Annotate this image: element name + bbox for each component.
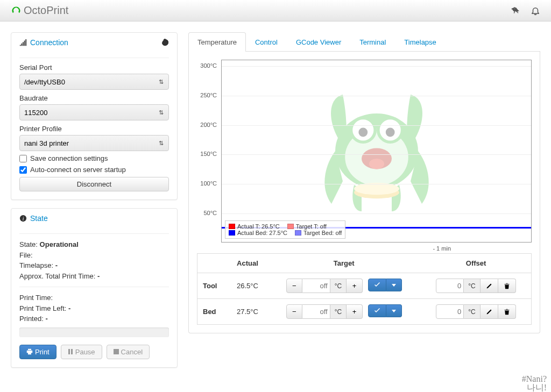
unit-label: °C <box>464 279 480 293</box>
row-actual: 26.5°C <box>228 273 267 299</box>
th-actual: Actual <box>228 254 267 273</box>
serial-port-select[interactable]: /dev/ttyUSB0 <box>19 74 169 90</box>
unit-label: °C <box>330 304 347 319</box>
svg-text:i: i <box>23 216 24 222</box>
offset-edit-button[interactable] <box>481 304 498 319</box>
timelapse-value: - <box>55 261 58 269</box>
table-row: Tool 26.5°C − °C + °C <box>197 273 532 299</box>
serial-port-label: Serial Port <box>19 63 169 72</box>
svg-point-12 <box>369 159 384 169</box>
tab-terminal[interactable]: Terminal <box>350 32 395 52</box>
octoprint-logo-icon <box>11 5 22 16</box>
target-dropdown-button[interactable] <box>386 304 402 317</box>
target-plus-button[interactable]: + <box>347 279 363 293</box>
state-label: State: <box>19 240 38 248</box>
progress-bar <box>19 327 169 337</box>
offset-input[interactable] <box>436 279 464 293</box>
baudrate-select[interactable]: 115200 <box>19 104 169 120</box>
target-plus-button[interactable]: + <box>347 304 363 319</box>
info-icon: i <box>19 215 27 222</box>
state-title[interactable]: State <box>30 214 48 223</box>
printleft-label: Print Time Left: <box>19 304 66 312</box>
svg-point-7 <box>351 118 375 142</box>
target-minus-button[interactable]: − <box>286 279 302 293</box>
handwriting-annotation: #Nani? 나니! <box>522 375 547 379</box>
th-name <box>197 254 228 273</box>
target-apply-button[interactable] <box>368 279 386 291</box>
target-minus-button[interactable]: − <box>286 304 302 319</box>
temperature-chart: Actual T: 26.5°C Target T: off Actual Be… <box>221 60 532 243</box>
disconnect-button[interactable]: Disconnect <box>19 177 169 191</box>
tabs: Temperature Control GCode Viewer Termina… <box>188 32 540 52</box>
tab-timelapse[interactable]: Timelapse <box>395 32 445 52</box>
svg-rect-2 <box>68 349 70 354</box>
th-offset: Offset <box>421 254 531 273</box>
timelapse-label: Timelapse: <box>19 261 53 269</box>
svg-point-10 <box>385 128 394 137</box>
file-label: File: <box>19 251 33 259</box>
table-row: Bed 27.5°C − °C + °C <box>197 299 532 325</box>
tab-content: 50°C100°C150°C200°C250°C300°C <box>188 52 540 333</box>
row-name: Tool <box>197 273 228 299</box>
unit-label: °C <box>464 304 480 319</box>
svg-point-11 <box>362 148 392 169</box>
svg-point-13 <box>354 187 399 198</box>
row-actual: 27.5°C <box>228 299 267 325</box>
target-apply-button[interactable] <box>368 304 386 317</box>
autoconnect-label: Auto-connect on server startup <box>30 166 126 174</box>
profile-select[interactable]: nani 3d printer <box>19 135 169 151</box>
navbar: OctoPrint <box>0 0 551 22</box>
notifications-icon[interactable] <box>531 6 540 16</box>
signal-icon <box>19 39 27 46</box>
settings-icon[interactable] <box>510 6 520 16</box>
svg-point-8 <box>378 118 402 142</box>
target-input[interactable] <box>302 279 330 293</box>
tab-gcode[interactable]: GCode Viewer <box>287 32 350 52</box>
tab-control[interactable]: Control <box>246 32 287 52</box>
brand[interactable]: OctoPrint <box>11 4 68 17</box>
save-settings-checkbox[interactable] <box>19 155 27 162</box>
offset-delete-button[interactable] <box>498 304 516 319</box>
chart-y-labels: 50°C100°C150°C200°C250°C300°C <box>197 60 221 243</box>
printed-label: Printed: <box>19 315 44 323</box>
offset-edit-button[interactable] <box>481 279 498 293</box>
state-value: Operational <box>40 240 79 248</box>
print-button[interactable]: Print <box>19 345 56 359</box>
tab-temperature[interactable]: Temperature <box>188 32 246 52</box>
print-icon <box>26 348 33 355</box>
printleft-value: - <box>68 304 70 312</box>
temperature-table: Actual Target Offset Tool 26.5°C − °C + <box>197 253 532 325</box>
refresh-icon[interactable] <box>161 39 169 46</box>
th-target: Target <box>267 254 421 273</box>
printed-value: - <box>45 315 47 323</box>
target-input[interactable] <box>302 304 330 319</box>
autoconnect-checkbox[interactable] <box>19 166 27 174</box>
octoprint-watermark-icon <box>301 68 452 219</box>
target-dropdown-button[interactable] <box>386 279 402 291</box>
offset-input[interactable] <box>436 304 464 319</box>
pause-icon <box>68 349 73 354</box>
svg-point-6 <box>345 129 408 186</box>
stop-icon <box>114 349 119 354</box>
chart-legend: Actual T: 26.5°C Target T: off Actual Be… <box>225 220 345 239</box>
profile-label: Printer Profile <box>19 125 169 133</box>
svg-rect-4 <box>114 349 119 354</box>
approx-value: - <box>97 272 100 280</box>
save-settings-label: Save connection settings <box>30 154 108 162</box>
svg-point-9 <box>358 128 368 137</box>
cancel-button[interactable]: Cancel <box>107 345 150 359</box>
brand-text: OctoPrint <box>24 4 68 17</box>
baudrate-label: Baudrate <box>19 94 169 102</box>
approx-label: Approx. Total Print Time: <box>19 272 95 280</box>
state-panel: i State State: Operational File: Timelap… <box>11 208 178 368</box>
connection-panel: Connection Serial Port /dev/ttyUSB0 Baud… <box>11 32 178 200</box>
svg-rect-3 <box>71 349 73 354</box>
offset-delete-button[interactable] <box>498 279 516 293</box>
pause-button[interactable]: Pause <box>61 345 102 359</box>
connection-title[interactable]: Connection <box>30 38 68 47</box>
printtime-label: Print Time: <box>19 294 53 302</box>
unit-label: °C <box>330 279 347 293</box>
row-name: Bed <box>197 299 228 325</box>
